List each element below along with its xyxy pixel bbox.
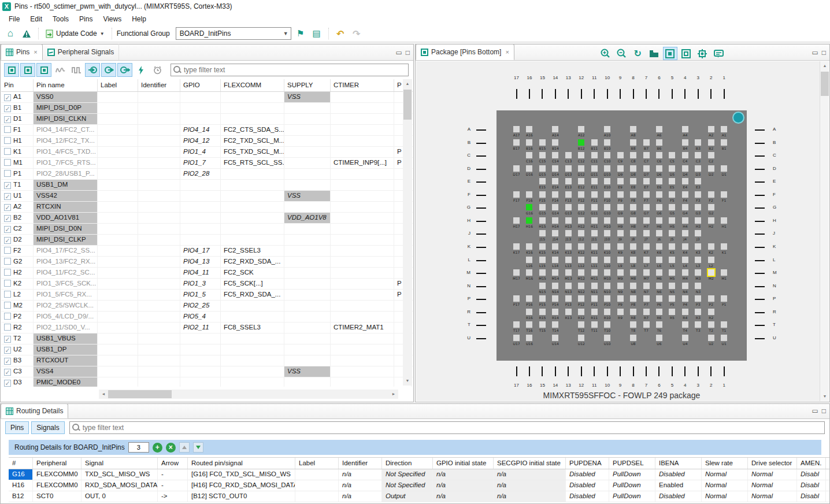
package-ball-E5[interactable] bbox=[669, 178, 675, 184]
package-ball-U6[interactable] bbox=[656, 335, 662, 341]
package-ball-R14[interactable] bbox=[552, 309, 558, 315]
package-ball-T7[interactable] bbox=[643, 321, 650, 328]
pin-row-B1[interactable]: ✓B1MIPI_DSI_D0P bbox=[1, 103, 413, 114]
package-ball-N10[interactable] bbox=[604, 283, 610, 289]
pin-checkbox[interactable]: ✓ bbox=[4, 204, 11, 211]
package-ball-P7[interactable] bbox=[643, 295, 650, 302]
pin-checkbox[interactable]: ✓ bbox=[4, 182, 11, 189]
package-ball-D3[interactable] bbox=[695, 165, 701, 172]
pin-checkbox[interactable] bbox=[4, 291, 11, 298]
package-ball-N15[interactable] bbox=[539, 283, 546, 289]
package-ball-F13[interactable] bbox=[565, 191, 572, 198]
close-icon[interactable]: × bbox=[34, 49, 37, 55]
package-ball-M17[interactable] bbox=[513, 269, 520, 276]
package-ball-B16[interactable] bbox=[526, 139, 532, 146]
package-ball-F8[interactable] bbox=[630, 191, 636, 198]
pin-checkbox[interactable] bbox=[4, 247, 11, 254]
package-ball-F7[interactable] bbox=[643, 191, 650, 198]
package-ball-P16[interactable] bbox=[526, 295, 532, 302]
package-ball-K11[interactable] bbox=[591, 243, 598, 250]
package-ball-H3[interactable] bbox=[695, 217, 701, 224]
package-ball-K17[interactable] bbox=[513, 243, 520, 250]
labels-toggle-icon[interactable] bbox=[712, 47, 726, 60]
package-ball-P13[interactable] bbox=[565, 295, 572, 302]
package-ball-J15[interactable] bbox=[539, 230, 546, 236]
package-ball-C8[interactable] bbox=[630, 152, 636, 158]
package-ball-C2[interactable] bbox=[708, 152, 714, 158]
package-ball-D6[interactable] bbox=[656, 165, 662, 172]
package-ball-K3[interactable] bbox=[695, 243, 701, 250]
package-ball-J14[interactable] bbox=[552, 230, 558, 236]
package-ball-G2[interactable] bbox=[708, 204, 714, 210]
package-ball-M15[interactable] bbox=[539, 269, 546, 276]
package-ball-E6[interactable] bbox=[656, 178, 662, 184]
digital-signals-icon[interactable] bbox=[69, 63, 84, 77]
package-ball-T14[interactable] bbox=[552, 321, 558, 328]
pin-checkbox[interactable] bbox=[4, 137, 11, 144]
timer-clock-icon[interactable] bbox=[150, 63, 165, 77]
package-ball-F5[interactable] bbox=[669, 191, 675, 198]
package-ball-P15[interactable] bbox=[539, 295, 546, 302]
package-ball-E10[interactable] bbox=[604, 178, 610, 184]
package-ball-E11[interactable] bbox=[591, 178, 598, 184]
package-ball-B6[interactable] bbox=[656, 139, 662, 146]
pin-checkbox[interactable]: ✓ bbox=[4, 358, 11, 365]
column-header-peripheral[interactable]: Peripheral bbox=[33, 458, 81, 469]
column-header-pupdena[interactable]: PUPDENA bbox=[566, 458, 609, 469]
menu-item-pins[interactable]: Pins bbox=[74, 14, 98, 24]
bidirectional-routing-icon[interactable] bbox=[101, 63, 116, 77]
package-ball-B15[interactable] bbox=[539, 139, 546, 146]
package-ball-L3[interactable] bbox=[695, 257, 701, 263]
pin-row-T1[interactable]: ✓T1USB1_DM bbox=[1, 180, 413, 191]
pin-checkbox[interactable]: ✓ bbox=[4, 336, 11, 343]
package-ball-C12[interactable] bbox=[578, 152, 584, 158]
input-routing-icon[interactable] bbox=[85, 63, 100, 77]
package-ball-E9[interactable] bbox=[617, 178, 624, 184]
package-ball-G4[interactable] bbox=[682, 204, 688, 210]
pin-checkbox[interactable] bbox=[4, 313, 11, 320]
package-ball-R7[interactable] bbox=[643, 309, 650, 315]
pin-checkbox[interactable] bbox=[4, 280, 11, 287]
package-ball-L15[interactable] bbox=[539, 257, 546, 263]
package-ball-C10[interactable] bbox=[604, 152, 610, 158]
routing-row-H16[interactable]: H16FLEXCOMM0RXD_SDA_MOSI_DATA-[H16] FC0_… bbox=[9, 480, 829, 491]
close-icon[interactable]: × bbox=[505, 49, 509, 55]
package-ball-N4[interactable] bbox=[682, 283, 688, 289]
package-ball-D15[interactable] bbox=[539, 165, 546, 172]
package-ball-R2[interactable] bbox=[708, 309, 714, 315]
package-ball-P3[interactable] bbox=[695, 295, 701, 302]
pins-horizontal-scrollbar[interactable]: ◄ ► bbox=[99, 390, 398, 399]
package-ball-R8[interactable] bbox=[630, 309, 636, 315]
package-ball-H8[interactable] bbox=[630, 217, 636, 224]
package-top-view-icon[interactable] bbox=[663, 47, 677, 60]
package-ball-C9[interactable] bbox=[617, 152, 624, 158]
package-ball-A12[interactable] bbox=[578, 126, 584, 132]
column-header-secgpio-initial-state[interactable]: SECGPIO initial state bbox=[494, 458, 566, 469]
package-ball-C7[interactable] bbox=[643, 152, 650, 158]
package-ball-R4[interactable] bbox=[682, 309, 688, 315]
package-ball-J5[interactable] bbox=[669, 230, 675, 236]
package-ball-B1[interactable] bbox=[721, 139, 727, 146]
package-ball-K9[interactable] bbox=[617, 243, 624, 250]
package-ball-U1[interactable] bbox=[721, 335, 727, 341]
package-ball-G3[interactable] bbox=[695, 204, 701, 210]
package-ball-F9[interactable] bbox=[617, 191, 624, 198]
maximize-icon[interactable]: □ bbox=[822, 407, 826, 415]
package-ball-B7[interactable] bbox=[643, 139, 650, 146]
column-header-direction[interactable]: Direction bbox=[382, 458, 433, 469]
pin-checkbox[interactable] bbox=[4, 302, 11, 309]
delete-routing-icon[interactable]: × bbox=[166, 443, 176, 453]
pin-row-K2[interactable]: K2PIO1_3/FC5_SCK...PIO1_3FC5_SCK[...]P bbox=[1, 279, 413, 290]
pin-row-D2[interactable]: ✓D2MIPI_DSI_CLKP bbox=[1, 235, 413, 246]
flag-icon[interactable]: ⚑ bbox=[294, 27, 307, 40]
tab-package[interactable]: Package [Pins Bottom] × bbox=[416, 44, 514, 60]
functional-group-select[interactable]: BOARD_InitPins▼ bbox=[176, 27, 291, 40]
move-down-button[interactable] bbox=[193, 442, 203, 453]
package-ball-M7[interactable] bbox=[643, 269, 650, 276]
scroll-right-icon[interactable]: ► bbox=[389, 392, 398, 396]
pin-row-T2[interactable]: ✓T2USB1_VBUS bbox=[1, 333, 413, 344]
column-header-label[interactable]: Label bbox=[98, 79, 138, 91]
package-ball-L6[interactable] bbox=[656, 257, 662, 263]
package-ball-G9[interactable] bbox=[617, 204, 624, 210]
package-ball-U2[interactable] bbox=[708, 335, 714, 341]
